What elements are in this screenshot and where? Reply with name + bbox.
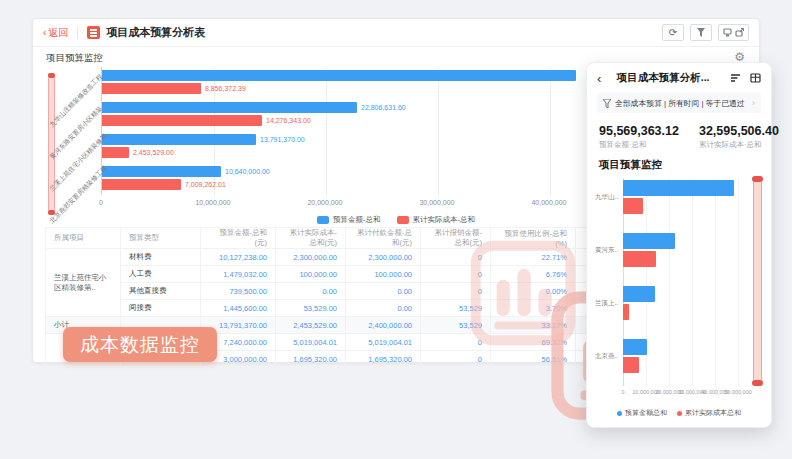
ratio-cell: 3.70% [491, 300, 576, 317]
reimburse-cell: 0 [421, 266, 491, 283]
chart-gridline [738, 178, 739, 386]
legend-label: 累计实际成本总和 [685, 408, 741, 418]
budget-cell: 739,500.00 [201, 283, 276, 300]
legend-dot [617, 411, 622, 416]
paid-cell: 5,019,004.01 [346, 334, 421, 351]
panel-datazoom-slider[interactable] [753, 178, 762, 384]
panel-chart-legend: 预算金额总和累计实际成本总和 [587, 408, 771, 418]
panel-section-title: 项目预算监控 [587, 154, 771, 172]
budget-bar[interactable] [623, 339, 647, 355]
panel-filter-text: 全部成本预算 | 所有时间 | 等于已通过 [615, 98, 748, 109]
budget-bar[interactable] [102, 102, 357, 113]
datazoom-handle-bottom[interactable] [752, 380, 763, 386]
ratio-cell: 0.00% [491, 283, 576, 300]
legend-item[interactable]: 预算金额总和 [617, 408, 667, 418]
bar-value-label: 13,791,370.00 [260, 134, 305, 145]
column-header: 所属项目 [46, 228, 121, 249]
stat-label: 累计实际成本·总和 [699, 140, 779, 150]
bar-value-label: 10,640,000.00 [225, 166, 270, 177]
panel-header: ‹ 项目成本预算分析... [587, 63, 771, 89]
chart-category-label: 黄河东.. [595, 246, 621, 255]
stat-budget-total: 95,569,363.12 预算金额·总和 [599, 124, 679, 150]
ratio-cell: 6.76% [491, 266, 576, 283]
actual-cost-bar[interactable] [623, 304, 629, 320]
stat-label: 预算金额·总和 [599, 140, 679, 150]
actual-cost-bar[interactable] [623, 251, 656, 267]
actual-cell: 1,695,320.00 [276, 351, 346, 368]
back-button-label: 返回 [48, 26, 68, 40]
actual-cost-bar[interactable] [102, 147, 129, 158]
chart-category-label: 九华山.. [595, 193, 621, 202]
actual-cell: 2,453,529.00 [276, 317, 346, 334]
section-title: 项目预算监控 [46, 52, 103, 65]
budget-bar[interactable] [623, 180, 734, 196]
chart-gridline [715, 178, 716, 386]
x-axis-tick-label: 0 [99, 199, 103, 206]
actual-cell: 100,000.00 [276, 266, 346, 283]
table-grid-icon[interactable] [750, 73, 761, 83]
back-chevron-icon: ‹ [43, 27, 46, 38]
budget-bar[interactable] [102, 166, 221, 177]
actual-cost-bar[interactable] [102, 115, 262, 126]
stat-value: 95,569,363.12 [599, 124, 679, 138]
paid-cell: 2,300,000.00 [346, 249, 421, 266]
panel-filter-bar[interactable]: 全部成本预算 | 所有时间 | 等于已通过 › [597, 93, 761, 113]
chart-category-label: 兰溪上.. [595, 299, 621, 308]
chart-gridline [438, 67, 439, 195]
legend-item[interactable]: 累计实际成本-总和 [397, 215, 476, 225]
panel-title: 项目成本预算分析... [605, 71, 721, 85]
refresh-button[interactable]: ⟳ [662, 24, 684, 41]
x-axis-tick-label: 50,000,000 [724, 389, 752, 395]
actual-cost-bar[interactable] [102, 179, 181, 190]
filter-button[interactable] [690, 24, 712, 41]
ratio-cell: 22.71% [491, 249, 576, 266]
type-cell: 间接费 [121, 300, 201, 317]
bar-value-label: 2,453,529.00 [133, 147, 174, 158]
chart-gridline [692, 178, 693, 386]
x-axis-tick-label: 30,000,000 [419, 199, 454, 206]
actual-cost-bar[interactable] [623, 357, 639, 373]
reimburse-cell: 0 [421, 283, 491, 300]
topbar-divider [77, 27, 78, 39]
legend-swatch [317, 216, 329, 224]
datazoom-handle-top[interactable] [48, 73, 55, 78]
bar-value-label: 14,276,343.00 [266, 115, 311, 126]
budget-bar[interactable] [623, 233, 675, 249]
actual-cell: 0.00 [276, 283, 346, 300]
actual-cost-bar[interactable] [623, 198, 643, 214]
legend-swatch [397, 216, 409, 224]
chart-category-label: 北京燕.. [595, 352, 621, 361]
page-title: 项目成本预算分析表 [106, 25, 205, 40]
budget-bar[interactable] [623, 286, 655, 302]
column-header: 预算金额-总和(元) [201, 228, 276, 249]
legend-item[interactable]: 预算金额-总和 [317, 215, 381, 225]
chevron-right-icon: › [752, 98, 755, 108]
export-button[interactable] [718, 24, 749, 41]
budget-cell: 1,479,032.00 [201, 266, 276, 283]
type-cell: 人工费 [121, 266, 201, 283]
panel-stats: 95,569,363.12 预算金额·总和 32,595,506.40 累计实际… [587, 117, 771, 154]
paid-cell: 0.00 [346, 283, 421, 300]
sort-list-icon[interactable] [730, 73, 741, 83]
funnel-icon [697, 28, 705, 37]
column-header: 累计付款金额-总和(元) [346, 228, 421, 249]
budget-bar[interactable] [102, 70, 576, 81]
column-header: 预算使用比例-总和(%) [491, 228, 576, 249]
budget-cell: 10,127,238.00 [201, 249, 276, 266]
export-share-icon [735, 28, 744, 37]
actual-cost-bar[interactable] [102, 83, 201, 94]
cost-data-monitor-badge: 成本数据监控 [63, 327, 217, 362]
paid-cell: 1,695,320.00 [346, 351, 421, 368]
column-header: 累计报销金额-总和(元) [421, 228, 491, 249]
bar-value-label: 7,009,262.01 [185, 179, 226, 190]
paid-cell: 0.00 [346, 300, 421, 317]
budget-bar[interactable] [102, 134, 256, 145]
x-axis-tick-label: 10,000,000 [195, 199, 230, 206]
report-document-icon [87, 26, 100, 39]
panel-bar-chart: 010,000,00020,000,00030,000,00040,000,00… [595, 176, 763, 400]
back-button[interactable]: ‹ 返回 [43, 26, 68, 40]
datazoom-handle-top[interactable] [752, 176, 763, 182]
reimburse-cell: 0 [421, 334, 491, 351]
legend-item[interactable]: 累计实际成本总和 [677, 408, 741, 418]
panel-back-button[interactable]: ‹ [597, 72, 601, 85]
